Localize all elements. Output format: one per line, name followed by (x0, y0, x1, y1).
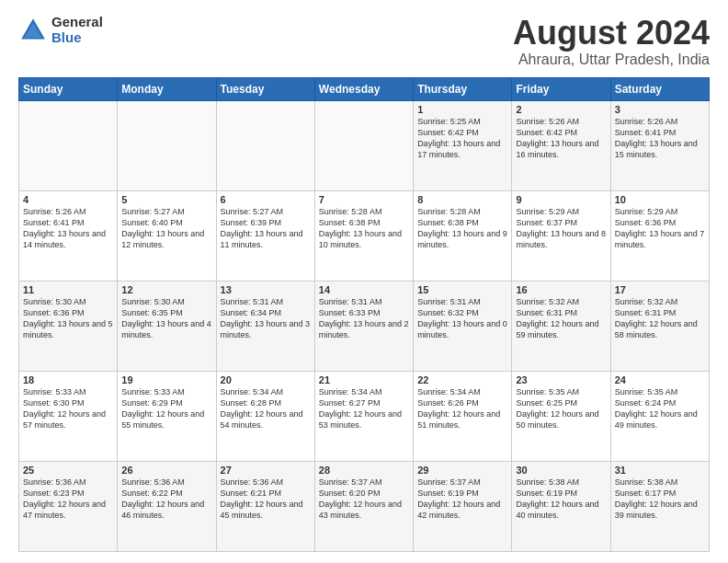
day-number: 28 (319, 465, 409, 476)
day-content: Sunrise: 5:29 AM Sunset: 6:36 PM Dayligh… (615, 206, 705, 251)
calendar-day-12: 12Sunrise: 5:30 AM Sunset: 6:35 PM Dayli… (118, 281, 216, 371)
day-number: 1 (417, 104, 507, 115)
logo-icon (18, 16, 48, 45)
calendar-header-row: SundayMondayTuesdayWednesdayThursdayFrid… (19, 77, 710, 100)
calendar-day-9: 9Sunrise: 5:29 AM Sunset: 6:37 PM Daylig… (512, 190, 610, 281)
day-content: Sunrise: 5:34 AM Sunset: 6:27 PM Dayligh… (319, 386, 409, 431)
calendar-day-31: 31Sunrise: 5:38 AM Sunset: 6:17 PM Dayli… (610, 461, 709, 551)
calendar-day-29: 29Sunrise: 5:37 AM Sunset: 6:19 PM Dayli… (414, 461, 512, 551)
day-content: Sunrise: 5:34 AM Sunset: 6:26 PM Dayligh… (417, 386, 507, 431)
day-content: Sunrise: 5:33 AM Sunset: 6:30 PM Dayligh… (23, 386, 113, 431)
day-number: 9 (516, 194, 606, 205)
day-content: Sunrise: 5:37 AM Sunset: 6:20 PM Dayligh… (319, 477, 409, 522)
calendar-day-7: 7Sunrise: 5:28 AM Sunset: 6:38 PM Daylig… (314, 190, 413, 281)
day-content: Sunrise: 5:36 AM Sunset: 6:23 PM Dayligh… (23, 477, 113, 522)
calendar-day-5: 5Sunrise: 5:27 AM Sunset: 6:40 PM Daylig… (118, 190, 216, 281)
calendar-day-6: 6Sunrise: 5:27 AM Sunset: 6:39 PM Daylig… (216, 190, 314, 281)
calendar-day-14: 14Sunrise: 5:31 AM Sunset: 6:33 PM Dayli… (314, 281, 413, 371)
day-number: 17 (615, 284, 705, 295)
title-block: August 2024 Ahraura, Uttar Pradesh, Indi… (513, 15, 710, 68)
calendar-week-3: 11Sunrise: 5:30 AM Sunset: 6:36 PM Dayli… (19, 281, 710, 371)
day-content: Sunrise: 5:35 AM Sunset: 6:25 PM Dayligh… (516, 386, 606, 431)
day-content: Sunrise: 5:34 AM Sunset: 6:28 PM Dayligh… (221, 386, 311, 431)
day-content: Sunrise: 5:32 AM Sunset: 6:31 PM Dayligh… (615, 296, 705, 341)
day-number: 5 (121, 194, 211, 205)
day-number: 20 (221, 374, 311, 385)
day-number: 15 (417, 284, 507, 295)
day-number: 2 (516, 104, 606, 115)
main-title: August 2024 (513, 15, 710, 52)
logo-blue: Blue (51, 30, 103, 46)
calendar-day-24: 24Sunrise: 5:35 AM Sunset: 6:24 PM Dayli… (610, 371, 709, 461)
day-number: 8 (417, 194, 507, 205)
day-content: Sunrise: 5:28 AM Sunset: 6:38 PM Dayligh… (319, 206, 409, 251)
calendar-day-15: 15Sunrise: 5:31 AM Sunset: 6:32 PM Dayli… (414, 281, 512, 371)
calendar-day-13: 13Sunrise: 5:31 AM Sunset: 6:34 PM Dayli… (216, 281, 314, 371)
calendar-day-23: 23Sunrise: 5:35 AM Sunset: 6:25 PM Dayli… (512, 371, 610, 461)
day-number: 31 (615, 465, 705, 476)
day-number: 13 (221, 284, 311, 295)
day-header-sunday: Sunday (19, 77, 118, 100)
calendar-day-3: 3Sunrise: 5:26 AM Sunset: 6:41 PM Daylig… (610, 100, 709, 190)
day-number: 21 (319, 374, 409, 385)
logo: General Blue (18, 15, 103, 45)
day-header-monday: Monday (118, 77, 216, 100)
calendar-week-1: 1Sunrise: 5:25 AM Sunset: 6:42 PM Daylig… (19, 100, 710, 190)
day-content: Sunrise: 5:28 AM Sunset: 6:38 PM Dayligh… (417, 206, 507, 251)
day-content: Sunrise: 5:32 AM Sunset: 6:31 PM Dayligh… (516, 296, 606, 341)
day-content: Sunrise: 5:30 AM Sunset: 6:36 PM Dayligh… (23, 296, 113, 341)
calendar-day-20: 20Sunrise: 5:34 AM Sunset: 6:28 PM Dayli… (216, 371, 314, 461)
calendar-day-8: 8Sunrise: 5:28 AM Sunset: 6:38 PM Daylig… (414, 190, 512, 281)
day-number: 7 (319, 194, 409, 205)
calendar-day-empty (314, 100, 413, 190)
calendar-day-empty (19, 100, 118, 190)
day-number: 19 (121, 374, 211, 385)
calendar-table: SundayMondayTuesdayWednesdayThursdayFrid… (18, 77, 710, 552)
calendar-week-2: 4Sunrise: 5:26 AM Sunset: 6:41 PM Daylig… (19, 190, 710, 281)
day-content: Sunrise: 5:30 AM Sunset: 6:35 PM Dayligh… (121, 296, 211, 341)
day-content: Sunrise: 5:36 AM Sunset: 6:22 PM Dayligh… (121, 477, 211, 522)
calendar-day-1: 1Sunrise: 5:25 AM Sunset: 6:42 PM Daylig… (414, 100, 512, 190)
day-number: 10 (615, 194, 705, 205)
day-header-tuesday: Tuesday (216, 77, 314, 100)
calendar-day-19: 19Sunrise: 5:33 AM Sunset: 6:29 PM Dayli… (118, 371, 216, 461)
day-content: Sunrise: 5:26 AM Sunset: 6:41 PM Dayligh… (615, 116, 705, 161)
day-content: Sunrise: 5:27 AM Sunset: 6:39 PM Dayligh… (221, 206, 311, 251)
day-content: Sunrise: 5:38 AM Sunset: 6:17 PM Dayligh… (615, 477, 705, 522)
day-content: Sunrise: 5:29 AM Sunset: 6:37 PM Dayligh… (516, 206, 606, 251)
day-content: Sunrise: 5:31 AM Sunset: 6:34 PM Dayligh… (221, 296, 311, 341)
logo-text: General Blue (51, 15, 103, 45)
day-number: 6 (221, 194, 311, 205)
day-number: 4 (23, 194, 113, 205)
calendar-day-25: 25Sunrise: 5:36 AM Sunset: 6:23 PM Dayli… (19, 461, 118, 551)
calendar-day-27: 27Sunrise: 5:36 AM Sunset: 6:21 PM Dayli… (216, 461, 314, 551)
calendar-day-28: 28Sunrise: 5:37 AM Sunset: 6:20 PM Dayli… (314, 461, 413, 551)
day-header-saturday: Saturday (610, 77, 709, 100)
calendar-week-4: 18Sunrise: 5:33 AM Sunset: 6:30 PM Dayli… (19, 371, 710, 461)
day-number: 30 (516, 465, 606, 476)
day-number: 11 (23, 284, 113, 295)
day-content: Sunrise: 5:38 AM Sunset: 6:19 PM Dayligh… (516, 477, 606, 522)
day-number: 14 (319, 284, 409, 295)
day-content: Sunrise: 5:33 AM Sunset: 6:29 PM Dayligh… (121, 386, 211, 431)
calendar-day-2: 2Sunrise: 5:26 AM Sunset: 6:42 PM Daylig… (512, 100, 610, 190)
day-header-friday: Friday (512, 77, 610, 100)
day-number: 27 (221, 465, 311, 476)
page: General Blue August 2024 Ahraura, Uttar … (0, 0, 728, 563)
day-number: 24 (615, 374, 705, 385)
header: General Blue August 2024 Ahraura, Uttar … (18, 15, 710, 68)
day-number: 12 (121, 284, 211, 295)
day-content: Sunrise: 5:31 AM Sunset: 6:32 PM Dayligh… (417, 296, 507, 341)
calendar-day-26: 26Sunrise: 5:36 AM Sunset: 6:22 PM Dayli… (118, 461, 216, 551)
calendar-day-18: 18Sunrise: 5:33 AM Sunset: 6:30 PM Dayli… (19, 371, 118, 461)
day-number: 16 (516, 284, 606, 295)
calendar-day-16: 16Sunrise: 5:32 AM Sunset: 6:31 PM Dayli… (512, 281, 610, 371)
day-number: 3 (615, 104, 705, 115)
day-content: Sunrise: 5:27 AM Sunset: 6:40 PM Dayligh… (121, 206, 211, 251)
day-content: Sunrise: 5:26 AM Sunset: 6:42 PM Dayligh… (516, 116, 606, 161)
calendar-day-empty (118, 100, 216, 190)
subtitle: Ahraura, Uttar Pradesh, India (513, 52, 710, 68)
day-content: Sunrise: 5:37 AM Sunset: 6:19 PM Dayligh… (417, 477, 507, 522)
calendar-day-17: 17Sunrise: 5:32 AM Sunset: 6:31 PM Dayli… (610, 281, 709, 371)
day-content: Sunrise: 5:26 AM Sunset: 6:41 PM Dayligh… (23, 206, 113, 251)
